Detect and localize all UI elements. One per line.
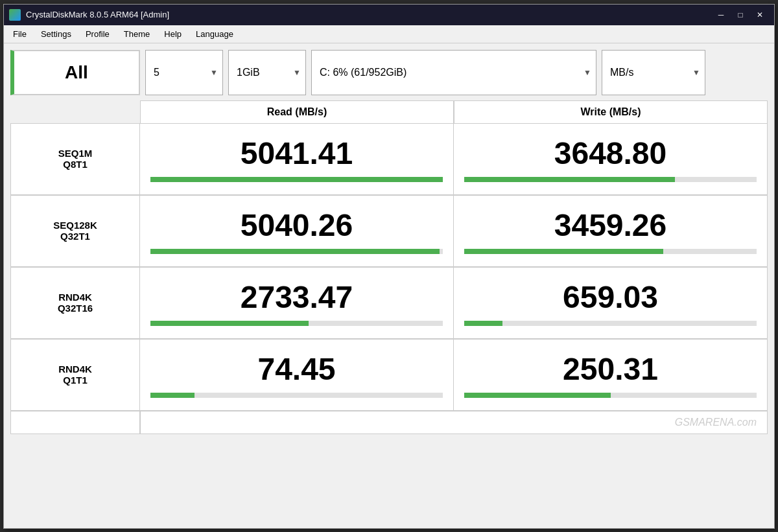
data-row: SEQ1M Q8T1 5041.41 3648.80 xyxy=(10,123,768,195)
read-value-1: 5040.26 xyxy=(241,210,353,241)
app-icon xyxy=(9,9,21,21)
write-cell-3: 250.31 xyxy=(454,340,768,411)
size-select[interactable]: 1GiB 512MiB 2GiB 4GiB xyxy=(228,50,306,95)
row-label-3: RND4K Q1T1 xyxy=(10,340,140,411)
row-label-line1-1: SEQ128K xyxy=(53,220,97,231)
read-value-2: 2733.47 xyxy=(241,282,353,313)
write-cell-1: 3459.26 xyxy=(454,196,768,267)
data-rows-container: SEQ1M Q8T1 5041.41 3648.80 SEQ128K Q32T1 xyxy=(10,123,768,411)
window-controls: ─ □ ✕ xyxy=(712,8,769,22)
main-content: All 5 1 3 10 ▼ 1GiB 512MiB 2GiB 4GiB ▼ xyxy=(4,43,774,528)
menu-settings[interactable]: Settings xyxy=(34,27,78,41)
read-cell-2: 2733.47 xyxy=(140,268,454,339)
headers-row: Read (MB/s) Write (MB/s) xyxy=(10,100,768,123)
app-window: CrystalDiskMark 8.0.5 ARM64 [Admin] ─ □ … xyxy=(3,4,775,529)
write-progress-container-0 xyxy=(464,177,757,182)
menu-profile[interactable]: Profile xyxy=(79,27,116,41)
window-title: CrystalDiskMark 8.0.5 ARM64 [Admin] xyxy=(26,10,169,19)
read-cell-1: 5040.26 xyxy=(140,196,454,267)
read-progress-container-2 xyxy=(150,321,443,326)
data-row: RND4K Q32T16 2733.47 659.03 xyxy=(10,267,768,339)
unit-select[interactable]: MB/s GB/s IOPS μs xyxy=(602,50,705,95)
title-bar-left: CrystalDiskMark 8.0.5 ARM64 [Admin] xyxy=(9,9,169,21)
watermark: GSMARENA.com xyxy=(675,417,757,428)
runs-select[interactable]: 5 1 3 10 xyxy=(145,50,223,95)
menu-language[interactable]: Language xyxy=(189,27,240,41)
data-row: RND4K Q1T1 74.45 250.31 xyxy=(10,339,768,411)
row-label-line2-0: Q8T1 xyxy=(63,159,88,170)
header-spacer xyxy=(10,100,140,123)
row-label-line1-2: RND4K xyxy=(58,292,92,303)
close-button[interactable]: ✕ xyxy=(751,8,769,22)
footer-row: GSMARENA.com xyxy=(10,411,768,434)
maximize-button[interactable]: □ xyxy=(731,8,749,22)
write-cell-0: 3648.80 xyxy=(454,124,768,195)
menu-file[interactable]: File xyxy=(6,27,33,41)
write-progress-bar-3 xyxy=(464,393,611,398)
minimize-button[interactable]: ─ xyxy=(712,8,730,22)
row-label-2: RND4K Q32T16 xyxy=(10,268,140,339)
write-progress-bar-0 xyxy=(464,177,675,182)
read-progress-bar-2 xyxy=(150,321,309,326)
menu-help[interactable]: Help xyxy=(158,27,188,41)
read-progress-container-1 xyxy=(150,249,443,254)
footer-spacer xyxy=(10,411,140,434)
menu-bar: File Settings Profile Theme Help Languag… xyxy=(4,25,774,43)
row-label-line1-3: RND4K xyxy=(58,364,92,375)
runs-select-wrapper: 5 1 3 10 ▼ xyxy=(145,50,223,95)
read-header: Read (MB/s) xyxy=(140,100,454,123)
write-progress-bar-1 xyxy=(464,249,663,254)
write-value-2: 659.03 xyxy=(563,282,658,313)
title-bar: CrystalDiskMark 8.0.5 ARM64 [Admin] ─ □ … xyxy=(4,5,774,25)
write-cell-2: 659.03 xyxy=(454,268,768,339)
read-progress-container-0 xyxy=(150,177,443,182)
row-label-line2-3: Q1T1 xyxy=(63,375,88,386)
controls-row: All 5 1 3 10 ▼ 1GiB 512MiB 2GiB 4GiB ▼ xyxy=(10,50,768,95)
row-label-line2-2: Q32T16 xyxy=(58,303,93,314)
drive-select-wrapper: C: 6% (61/952GiB) ▼ xyxy=(311,50,596,95)
row-label-line2-1: Q32T1 xyxy=(60,231,90,242)
menu-theme[interactable]: Theme xyxy=(117,27,156,41)
write-progress-container-1 xyxy=(464,249,757,254)
read-cell-3: 74.45 xyxy=(140,340,454,411)
row-label-line1-0: SEQ1M xyxy=(58,148,93,159)
write-value-0: 3648.80 xyxy=(554,138,667,169)
write-progress-container-2 xyxy=(464,321,757,326)
write-value-1: 3459.26 xyxy=(554,210,667,241)
read-progress-bar-3 xyxy=(150,393,194,398)
write-value-3: 250.31 xyxy=(563,354,658,385)
read-value-0: 5041.41 xyxy=(241,138,353,169)
footer-cell: GSMARENA.com xyxy=(140,411,768,434)
size-select-wrapper: 1GiB 512MiB 2GiB 4GiB ▼ xyxy=(228,50,306,95)
read-progress-container-3 xyxy=(150,393,443,398)
row-label-1: SEQ128K Q32T1 xyxy=(10,196,140,267)
unit-select-wrapper: MB/s GB/s IOPS μs ▼ xyxy=(602,50,705,95)
row-label-0: SEQ1M Q8T1 xyxy=(10,124,140,195)
write-header: Write (MB/s) xyxy=(454,100,768,123)
drive-select[interactable]: C: 6% (61/952GiB) xyxy=(311,50,596,95)
read-value-3: 74.45 xyxy=(257,354,335,385)
read-progress-bar-1 xyxy=(150,249,440,254)
read-cell-0: 5041.41 xyxy=(140,124,454,195)
write-progress-container-3 xyxy=(464,393,757,398)
all-button[interactable]: All xyxy=(10,50,140,95)
write-progress-bar-2 xyxy=(464,321,502,326)
data-row: SEQ128K Q32T1 5040.26 3459.26 xyxy=(10,195,768,267)
read-progress-bar-0 xyxy=(150,177,443,182)
